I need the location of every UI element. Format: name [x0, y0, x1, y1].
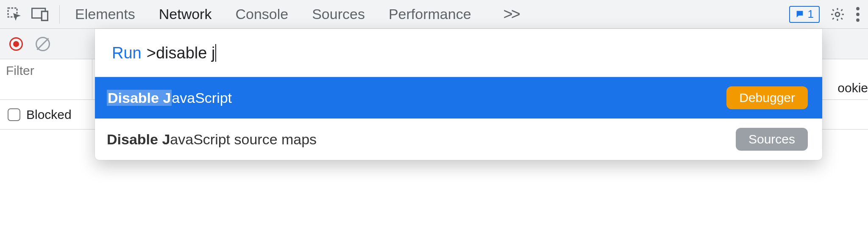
- command-item-tag: Sources: [736, 128, 808, 151]
- filter-input[interactable]: [6, 63, 92, 78]
- devtools-tabbar: Elements Network Console Sources Perform…: [0, 0, 868, 29]
- svg-point-6: [856, 13, 860, 16]
- settings-gear-icon[interactable]: [830, 7, 845, 22]
- tab-elements[interactable]: Elements: [75, 6, 135, 22]
- tabbar-right: 1: [789, 6, 863, 23]
- command-palette-run-label: Run: [112, 44, 142, 62]
- issues-badge[interactable]: 1: [789, 6, 820, 23]
- command-item-tag: Debugger: [726, 86, 808, 109]
- clear-log-icon[interactable]: [36, 37, 50, 51]
- tabs-container: Elements Network Console Sources Perform…: [67, 5, 789, 23]
- command-item-label: Disable JavaScript source maps: [107, 131, 317, 148]
- blocked-requests-label: Blocked: [26, 108, 72, 122]
- cookies-label-partial: ookie: [837, 81, 868, 95]
- tab-performance[interactable]: Performance: [389, 6, 471, 22]
- chat-bubble-icon: [795, 10, 804, 19]
- kebab-menu-icon[interactable]: [855, 7, 860, 22]
- command-item-label: Disable JavaScript: [107, 90, 232, 106]
- blocked-requests-checkbox[interactable]: [8, 108, 20, 121]
- svg-point-4: [835, 12, 840, 17]
- command-item-disable-javascript[interactable]: Disable JavaScript Debugger: [95, 77, 822, 119]
- tab-sources[interactable]: Sources: [312, 6, 365, 22]
- text-cursor-icon: [215, 44, 216, 62]
- tabbar-left-icons: [3, 7, 54, 22]
- record-button-icon[interactable]: [9, 37, 23, 51]
- tab-network[interactable]: Network: [159, 6, 212, 22]
- issues-count: 1: [808, 8, 814, 21]
- tab-console[interactable]: Console: [235, 6, 288, 22]
- command-palette: Run >disable j Disable JavaScript Debugg…: [95, 29, 822, 160]
- device-toolbar-icon[interactable]: [31, 7, 48, 22]
- command-palette-input-row[interactable]: Run >disable j: [95, 29, 822, 77]
- svg-rect-2: [42, 11, 47, 20]
- svg-point-5: [856, 7, 860, 10]
- command-palette-query: >disable j: [147, 41, 217, 62]
- filter-box: [0, 59, 92, 99]
- command-item-disable-js-source-maps[interactable]: Disable JavaScript source maps Sources: [95, 119, 822, 160]
- divider: [59, 5, 60, 24]
- inspect-element-icon[interactable]: [7, 7, 22, 22]
- svg-point-7: [856, 18, 860, 22]
- tabs-overflow-icon[interactable]: >>: [504, 5, 519, 23]
